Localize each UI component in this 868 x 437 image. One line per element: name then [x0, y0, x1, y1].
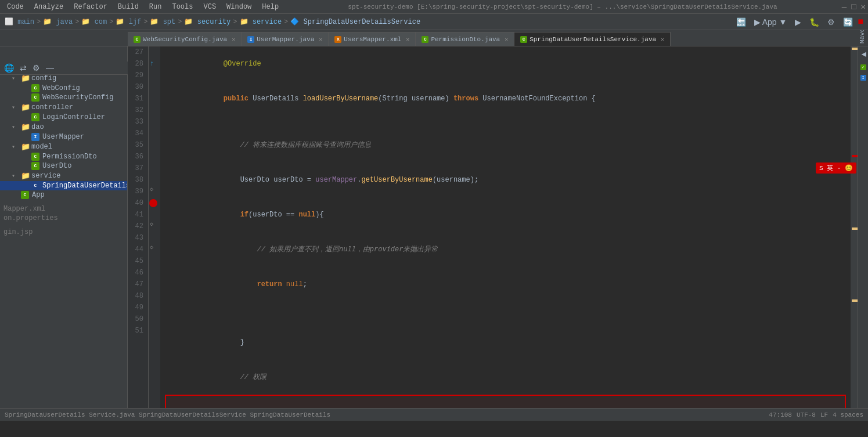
sidebar-item-logincontroller[interactable]: C LoginController — [0, 113, 127, 122]
breadcrumb: ⬜ main > 📁 java > 📁 com > 📁 ljf > 📁 spt … — [0, 14, 868, 30]
folder-icon: 📁 — [21, 122, 30, 132]
class-icon-c: C — [31, 162, 39, 170]
collapse-right-btn[interactable]: ▶ — [858, 49, 868, 61]
breadcrumb-main[interactable]: ⬜ main — [5, 17, 34, 26]
class-icon-c-app: C — [21, 191, 29, 199]
menu-help[interactable]: Help — [257, 2, 283, 12]
folder-icon: 📁 — [21, 74, 30, 83]
app-config-btn[interactable]: ▶ App ▼ — [751, 16, 791, 28]
tree-label: WebConfig — [42, 84, 80, 92]
sidebar-item-dao[interactable]: ▾ 📁 dao — [0, 122, 127, 132]
class-icon-c: C — [31, 153, 39, 161]
tab-icon-c: C — [134, 36, 141, 43]
code-lines[interactable]: @Override public UserDetails loadUserByU… — [160, 46, 851, 408]
tab-icon-c: C — [520, 36, 527, 43]
code-container[interactable]: 27 28 29 30 31 32 33 34 35 36 37 38 39 4… — [128, 46, 858, 408]
folder-icon: 📁 — [21, 142, 30, 151]
tab-websecurity[interactable]: C WebSecurityConfig.java ✕ — [128, 32, 242, 46]
code-line-36 — [165, 313, 846, 325]
menu-tools[interactable]: Tools — [167, 2, 197, 12]
gutter: ↑ ◇ ◇ ◇ — [149, 46, 160, 408]
sidebar-item-webconfig[interactable]: C WebConfig — [0, 84, 127, 93]
tab-close[interactable]: ✕ — [661, 36, 664, 43]
sidebar-item-userdto[interactable]: C UserDto — [0, 161, 127, 171]
expand-arrow: ▾ — [12, 75, 20, 82]
menu-window[interactable]: Window — [222, 2, 256, 12]
tab-close[interactable]: ✕ — [505, 36, 508, 43]
encoding: UTF-8 — [797, 411, 816, 418]
tab-label: WebSecurityConfig.java — [143, 36, 227, 43]
tab-icon-x: X — [334, 36, 341, 43]
tree-label: WebSecurityConfig — [42, 93, 113, 102]
debug-btn[interactable]: 🐛 — [806, 16, 823, 28]
tab-permissiondto[interactable]: C PermissionDto.java ✕ — [416, 32, 514, 46]
breadcrumb-ljf[interactable]: 📁 ljf — [116, 17, 141, 26]
menu-refactor[interactable]: Refactor — [69, 2, 112, 12]
window-title: spt-security-demo [E:\spring-security-pr… — [348, 3, 777, 10]
sidebar-item-app[interactable]: C App — [8, 190, 127, 200]
run-btn[interactable]: ▶ — [791, 16, 805, 28]
tree-label: SpringDataUserDetails — [42, 182, 128, 190]
sidebar-item-springdatauserdetails[interactable]: C SpringDataUserDetails — [0, 181, 127, 190]
maven-label[interactable]: Maver — [856, 30, 868, 46]
menu-code[interactable]: Code — [2, 2, 28, 12]
code-line-35 — [165, 302, 846, 313]
sidebar-item-properties[interactable]: on.properties — [0, 214, 127, 223]
menu-vcs[interactable]: VCS — [199, 2, 221, 12]
tab-usersmapper[interactable]: X UsersMapper.xml ✕ — [329, 32, 416, 46]
line-info: 47:108 — [769, 411, 792, 418]
sidebar-item-login-jsp[interactable]: gin.jsp — [0, 227, 127, 237]
run2-btn[interactable]: 🔄 — [840, 16, 856, 28]
code-line-30: // 将来连接数据库根据账号查询用户信息 — [165, 128, 846, 162]
editor-area: 27 28 29 30 31 32 33 34 35 36 37 38 39 4… — [128, 46, 858, 408]
sidebar-item-websecurityconfig[interactable]: C WebSecurityConfig — [0, 93, 127, 102]
breadcrumb-security[interactable]: 📁 security — [184, 17, 230, 26]
tab-label: UserMapper.java — [257, 36, 314, 43]
line-numbers: 27 28 29 30 31 32 33 34 35 36 37 38 39 4… — [128, 46, 149, 408]
tab-springdata[interactable]: C SpringDataUserDetailsService.java ✕ — [514, 32, 671, 46]
status-bar: SpringDataUserDetails Service.java Sprin… — [0, 408, 868, 421]
tree-label: controller — [31, 103, 73, 111]
navigate-back-btn[interactable]: 🔙 — [733, 16, 750, 28]
tab-label: PermissionDto.java — [431, 36, 500, 43]
right-panel: ▶ ✓ I — [858, 46, 868, 408]
expand-arrow: ▾ — [12, 104, 20, 111]
line-ending: LF — [820, 411, 828, 418]
tree-label: gin.jsp — [3, 228, 33, 236]
status-text: SpringDataUserDetails Service.java Sprin… — [5, 411, 330, 418]
class-icon-c: C — [31, 113, 39, 121]
breadcrumb-spt[interactable]: 📁 spt — [150, 17, 175, 26]
tree-label: model — [31, 143, 52, 151]
tab-usermapper[interactable]: I UserMapper.java ✕ — [242, 32, 329, 46]
sidebar-item-permissiondto[interactable]: C PermissionDto — [0, 152, 127, 161]
code-line-27: @Override — [165, 46, 846, 81]
menu-bar: Code Analyze Refactor Build Run Tools VC… — [0, 0, 868, 14]
expand-arrow: ▾ — [12, 143, 20, 150]
tab-close[interactable]: ✕ — [319, 36, 322, 43]
tab-close[interactable]: ✕ — [406, 36, 409, 43]
folder-icon: 📁 — [21, 103, 30, 112]
tree-label: Mapper.xml — [3, 205, 45, 213]
sidebar-item-controller[interactable]: ▾ 📁 controller — [0, 102, 127, 113]
expand-arrow: ▾ — [12, 124, 20, 131]
menu-run[interactable]: Run — [145, 2, 167, 12]
sidebar: ▾ 📁 security ▾ 📁 config C WebConfig C We… — [0, 46, 128, 408]
menu-analyze[interactable]: Analyze — [30, 2, 68, 12]
sogou-input-indicator: S 英 · 😊 — [816, 162, 856, 174]
tab-close[interactable]: ✕ — [232, 36, 235, 43]
tree-label: UserMapper — [42, 133, 84, 141]
menu-build[interactable]: Build — [113, 2, 143, 12]
sidebar-item-usermapper[interactable]: I UserMapper — [0, 132, 127, 142]
class-icon-i: I — [31, 133, 39, 141]
sidebar-item-model[interactable]: ▾ 📁 model — [0, 142, 127, 152]
sidebar-item-service[interactable]: ▾ 📁 service — [0, 171, 127, 181]
breadcrumb-service[interactable]: 📁 service — [240, 17, 282, 26]
breadcrumb-com[interactable]: 📁 com — [81, 17, 107, 26]
breadcrumb-class[interactable]: 🔷 SpringDataUserDetailsService — [290, 17, 420, 26]
tree-label: dao — [31, 123, 44, 131]
breadcrumb-java[interactable]: 📁 java — [43, 17, 73, 26]
code-line-28: public UserDetails loadUserByUsername(St… — [165, 81, 846, 116]
code-line-39: // String [] authoritys={"p1"}; — [165, 395, 846, 408]
profile-btn[interactable]: ⚙ — [824, 16, 838, 28]
sidebar-item-mapper-xml[interactable]: Mapper.xml — [0, 204, 127, 214]
